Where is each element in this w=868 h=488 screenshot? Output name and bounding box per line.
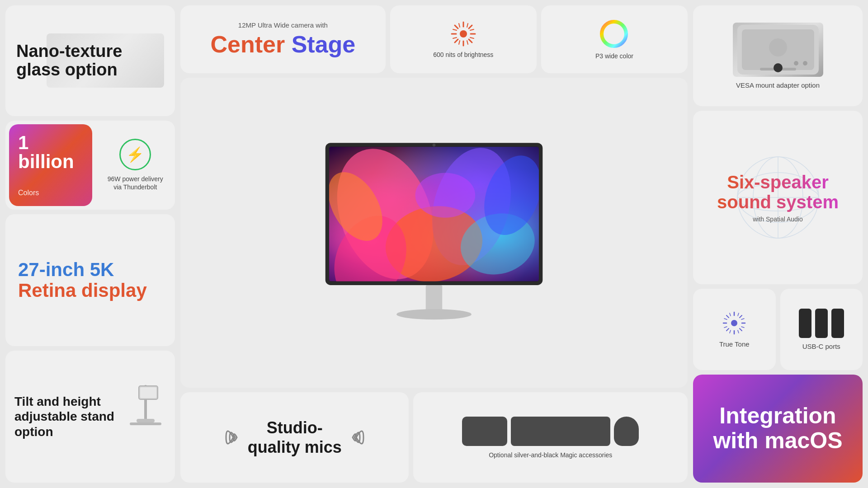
accessories-label: Optional silver-and-black Magic accessor…: [489, 451, 612, 459]
svg-point-42: [433, 144, 436, 147]
camera-subtitle: 12MP Ultra Wide camera with: [238, 21, 328, 29]
svg-line-10: [455, 25, 458, 28]
monitor-svg: [303, 78, 565, 388]
power-icon: ⚡: [119, 139, 151, 170]
mics-line1: Studio-: [267, 418, 323, 437]
p3-icon: [599, 19, 629, 49]
accessories-image: [462, 417, 639, 446]
macos-line2: with macOS: [713, 428, 842, 453]
svg-point-41: [396, 309, 472, 319]
p3-label: P3 wide color: [595, 52, 633, 60]
card-mics: Studio- quality mics: [180, 392, 409, 483]
nano-texture-title: Nano-texture glass option: [16, 42, 164, 80]
left-column: Nano-texture glass option 1 billion Colo…: [5, 5, 175, 483]
usb-port-1: [799, 309, 811, 338]
svg-point-45: [769, 38, 787, 56]
usb-port-3: [831, 309, 844, 338]
card-retina: 27-inch 5K Retina display: [5, 214, 175, 346]
card-power: ⚡ 96W power delivery via Thunderbolt: [96, 121, 175, 210]
billion-label: Colors: [18, 189, 83, 197]
svg-point-55: [731, 320, 737, 326]
svg-rect-1: [137, 419, 155, 422]
svg-line-60: [726, 315, 729, 318]
spatial-audio-label: with Spatial Audio: [753, 216, 803, 223]
mic-waves-left: [222, 424, 241, 451]
true-tone-icon: [722, 311, 747, 336]
card-macos: Integration with macOS: [693, 375, 863, 483]
brightness-label: 600 nits of brightness: [433, 51, 493, 58]
macos-line1: Integration: [719, 403, 836, 428]
center-column: 12MP Ultra Wide camera with Center Stage: [180, 5, 688, 483]
svg-point-47: [794, 61, 798, 66]
card-accessories: Optional silver-and-black Magic accessor…: [413, 392, 688, 483]
card-billion: 1 billion Colors: [9, 124, 92, 206]
card-stand: Tilt and height adjustable stand option: [5, 351, 175, 483]
mouse: [614, 417, 639, 446]
mic-area: Studio- quality mics: [222, 418, 367, 457]
card-center-stage: 12MP Ultra Wide camera with Center Stage: [180, 5, 386, 73]
brightness-icon: [450, 20, 477, 47]
svg-line-13: [455, 39, 458, 42]
svg-line-16: [459, 41, 460, 44]
usb-ports-group: [799, 309, 844, 338]
usb-port-2: [815, 309, 828, 338]
bottom-row: Studio- quality mics Optional silver-and…: [180, 392, 688, 483]
vesa-svg: [733, 23, 823, 77]
card-six-speaker: Six-speaker sound system with Spatial Au…: [693, 111, 863, 284]
card-tone-usb: True Tone USB-C ports: [693, 289, 863, 370]
cs-stage: Stage: [285, 31, 355, 57]
svg-point-48: [803, 61, 807, 66]
svg-line-66: [730, 330, 731, 333]
macos-title: Integration with macOS: [713, 404, 842, 453]
card-true-tone: True Tone: [693, 289, 776, 370]
svg-rect-46: [760, 68, 796, 70]
keyboard: [511, 417, 610, 446]
svg-line-11: [469, 39, 472, 42]
svg-rect-2: [130, 422, 161, 425]
mics-title: Studio- quality mics: [248, 418, 342, 457]
stand-title: Tilt and height adjustable stand option: [14, 394, 121, 440]
svg-line-15: [467, 23, 468, 27]
vesa-image: [733, 23, 823, 77]
retina-line1: 27-inch 5K: [18, 259, 114, 280]
mic-waves-right: [349, 424, 367, 451]
card-p3: P3 wide color: [541, 5, 688, 73]
svg-line-70: [741, 319, 744, 319]
cs-center: Center: [210, 31, 285, 57]
stand-image: [125, 385, 166, 448]
svg-line-21: [470, 38, 474, 38]
svg-line-63: [726, 328, 729, 331]
svg-line-65: [738, 313, 739, 316]
svg-line-71: [741, 327, 744, 328]
retina-line2: Retina display: [18, 280, 147, 301]
svg-line-69: [724, 327, 727, 328]
svg-line-18: [453, 29, 457, 30]
six-speaker-title: Six-speaker sound system: [717, 172, 839, 212]
usb-label: USB-C ports: [802, 343, 840, 350]
right-column: VESA mount adapter option Six-speaker so…: [693, 5, 863, 483]
trackpad: [462, 417, 507, 446]
svg-line-17: [467, 41, 468, 44]
vesa-label: VESA mount adapter option: [736, 81, 820, 89]
svg-line-19: [453, 38, 457, 38]
six-speaker-line1: Six-speaker: [727, 172, 829, 192]
svg-point-5: [460, 30, 467, 38]
svg-line-64: [730, 313, 731, 316]
svg-line-20: [470, 29, 474, 30]
svg-point-37: [415, 173, 476, 217]
svg-line-62: [740, 315, 742, 318]
card-brightness: 600 nits of brightness: [390, 5, 537, 73]
true-tone-label: True Tone: [719, 340, 750, 348]
billion-number: 1 billion: [18, 133, 83, 171]
svg-line-68: [724, 319, 727, 319]
svg-point-22: [602, 22, 626, 46]
card-vesa: VESA mount adapter option: [693, 5, 863, 106]
card-usb: USB-C ports: [780, 289, 863, 370]
retina-title: 27-inch 5K Retina display: [18, 259, 147, 301]
card-monitor: [180, 78, 688, 388]
stand-svg: [127, 385, 164, 448]
svg-line-14: [459, 23, 460, 27]
mics-line2: quality mics: [248, 438, 342, 456]
svg-line-12: [469, 25, 472, 28]
card-billion-power: 1 billion Colors ⚡ 96W power delivery vi…: [5, 121, 175, 210]
